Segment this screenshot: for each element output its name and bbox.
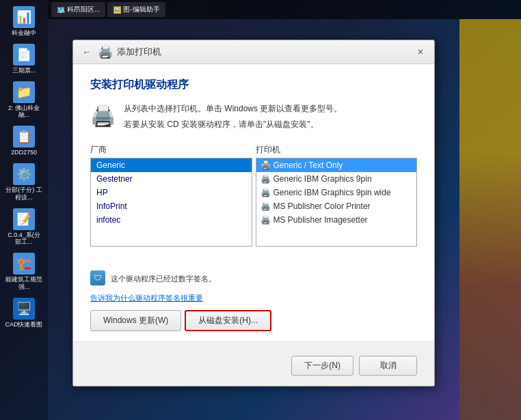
printer-small-icon-5: 🖨️ (260, 215, 271, 225)
icon-img-2: 📄 (13, 44, 35, 66)
manufacturer-header: 厂商 (90, 144, 252, 156)
next-button[interactable]: 下一步(N) (291, 356, 353, 376)
taskbar-icon-2: 🖼️ (113, 6, 121, 14)
signature-info: 这个驱动程序已经过数字签名。 (111, 272, 216, 284)
printer-large-icon: 🖨️ (90, 104, 116, 128)
desktop: 📊 科金融中 📄 三期票... 📁 2: 佛山科金融... 📋 2DD2750 … (0, 0, 521, 420)
icon-label-1: 科金融中 (12, 29, 36, 37)
taskbar-icon-1: 🗺️ (57, 6, 65, 14)
printer-listbox[interactable]: 🖨️ Generic / Text Only 🖨️ Generic IBM Gr… (256, 158, 418, 247)
dialog-title-left: ← 🖨️ 添加打印机 (80, 44, 161, 59)
printer-item-ibm-9pin-wide[interactable]: 🖨️ Generic IBM Graphics 9pin wide (256, 186, 417, 199)
desktop-icon-6[interactable]: 📝 C.0.4_系(分部工... (3, 206, 44, 249)
signature-link[interactable]: 告诉我为什么驱动程序签名很重要 (90, 294, 203, 302)
dialog-titlebar: ← 🖨️ 添加打印机 ✕ (73, 40, 434, 64)
nav-buttons: 下一步(N) 取消 (73, 349, 434, 386)
printer-small-icon-4: 🖨️ (260, 201, 271, 211)
install-disk-button[interactable]: 从磁盘安装(H)... (185, 310, 271, 331)
desktop-icon-2[interactable]: 📄 三期票... (3, 41, 44, 77)
desktop-icon-7[interactable]: 🏗️ 能建筑工规范强... (3, 250, 44, 294)
info-line-2: 若要从安装 CD 安装驱动程序，请单击"从磁盘安装"。 (124, 118, 417, 130)
taskbar: 🗺️ 科昂阳区... 🖼️ 图-编辑助手 (48, 0, 521, 19)
printer-title-icon: 🖨️ (98, 44, 113, 59)
lists-container: 厂商 Generic Gestetner HP InfoPrint infote… (90, 144, 417, 247)
printer-small-icon-1: 🖨️ (260, 160, 271, 170)
desktop-icon-panel: 📊 科金融中 📄 三期票... 📁 2: 佛山科金融... 📋 2DD2750 … (0, 0, 48, 420)
icon-img-5: ⚙️ (13, 163, 35, 185)
icon-label-3: 2: 佛山科金融... (5, 104, 43, 120)
icon-img-4: 📋 (13, 126, 35, 148)
desktop-icon-3[interactable]: 📁 2: 佛山科金融... (3, 79, 44, 122)
cancel-button[interactable]: 取消 (359, 356, 417, 376)
icon-label-5: 分部(子分) 工程设... (5, 186, 43, 201)
icon-label-7: 能建筑工规范强... (5, 276, 43, 291)
dialog-content: 安装打印机驱动程序 🖨️ 从列表中选择打印机。单击 Windows 更新以查看更… (73, 64, 434, 270)
info-text: 从列表中选择打印机。单击 Windows 更新以查看更多型号。 若要从安装 CD… (124, 102, 417, 134)
icon-label-4: 2DD2750 (11, 149, 37, 156)
signature-text: 这个驱动程序已经过数字签名。 (111, 275, 216, 283)
right-decoration (459, 19, 521, 420)
printer-item-text-only[interactable]: 🖨️ Generic / Text Only (256, 158, 417, 172)
manufacturer-item-gestetner[interactable]: Gestetner (91, 172, 252, 186)
icon-label-2: 三期票... (12, 67, 36, 74)
printer-item-publisher-color[interactable]: 🖨️ MS Publisher Color Printer (256, 199, 417, 213)
add-printer-dialog: ← 🖨️ 添加打印机 ✕ 安装打印机驱动程序 🖨️ 从列表中选择打印机。单击 W… (72, 40, 435, 387)
taskbar-label-1: 科昂阳区... (67, 5, 100, 14)
manufacturer-item-infoprint[interactable]: InfoPrint (91, 199, 252, 213)
icon-img-3: 📁 (13, 81, 35, 103)
printer-panel: 打印机 🖨️ Generic / Text Only 🖨️ Generic IB… (256, 144, 418, 247)
signature-row: 🛡 这个驱动程序已经过数字签名。 (90, 270, 417, 285)
manufacturer-listbox[interactable]: Generic Gestetner HP InfoPrint infotec (90, 158, 252, 247)
desktop-icon-4[interactable]: 📋 2DD2750 (3, 123, 44, 159)
signature-link-row: 告诉我为什么驱动程序签名很重要 (90, 291, 417, 303)
icon-img-7: 🏗️ (13, 253, 35, 275)
desktop-icon-8[interactable]: 🖥️ CAD快速看图 (3, 295, 44, 331)
icon-label-6: C.0.4_系(分部工... (5, 232, 43, 247)
manufacturer-item-generic[interactable]: Generic (91, 158, 252, 172)
section-title: 安装打印机驱动程序 (90, 78, 417, 92)
taskbar-item-2[interactable]: 🖼️ 图-编辑助手 (107, 2, 165, 17)
printer-label-ibm-9pin-wide: Generic IBM Graphics 9pin wide (273, 188, 391, 197)
close-button[interactable]: ✕ (414, 45, 427, 59)
taskbar-item-1[interactable]: 🗺️ 科昂阳区... (51, 2, 105, 17)
printer-small-icon-2: 🖨️ (260, 174, 271, 184)
printer-label-publisher-color: MS Publisher Color Printer (273, 201, 371, 211)
icon-label-8: CAD快速看图 (5, 321, 42, 328)
dialog-title-text: 添加打印机 (117, 46, 161, 58)
printer-item-ibm-9pin[interactable]: 🖨️ Generic IBM Graphics 9pin (256, 172, 417, 186)
info-line-1: 从列表中选择打印机。单击 Windows 更新以查看更多型号。 (124, 102, 417, 115)
shield-icon: 🛡 (90, 270, 105, 285)
desktop-icon-1[interactable]: 📊 科金融中 (3, 3, 44, 40)
manufacturer-panel: 厂商 Generic Gestetner HP InfoPrint infote… (90, 144, 252, 247)
button-row: Windows 更新(W) 从磁盘安装(H)... (90, 303, 417, 331)
taskbar-label-2: 图-编辑助手 (123, 5, 159, 14)
printer-label-imagesetter: MS Publisher Imagesetter (273, 215, 368, 225)
info-row: 🖨️ 从列表中选择打印机。单击 Windows 更新以查看更多型号。 若要从安装… (90, 102, 417, 134)
printer-label-text-only: Generic / Text Only (273, 160, 343, 170)
desktop-icon-5[interactable]: ⚙️ 分部(子分) 工程设... (3, 160, 44, 204)
printer-label-ibm-9pin: Generic IBM Graphics 9pin (273, 174, 372, 184)
printer-header: 打印机 (256, 144, 418, 156)
printer-item-publisher-imagesetter[interactable]: 🖨️ MS Publisher Imagesetter (256, 213, 417, 227)
dialog-overlay: ← 🖨️ 添加打印机 ✕ 安装打印机驱动程序 🖨️ 从列表中选择打印机。单击 W… (48, 19, 459, 420)
windows-update-button[interactable]: Windows 更新(W) (90, 310, 181, 331)
manufacturer-item-infotec[interactable]: infotec (91, 213, 252, 227)
back-button[interactable]: ← (80, 45, 94, 59)
icon-img-6: 📝 (13, 208, 35, 230)
dialog-divider (73, 341, 434, 342)
printer-small-icon-3: 🖨️ (260, 188, 271, 197)
icon-img-1: 📊 (13, 6, 35, 28)
icon-img-8: 🖥️ (13, 298, 35, 320)
action-buttons: Windows 更新(W) 从磁盘安装(H)... (90, 310, 271, 331)
dialog-bottom: 🛡 这个驱动程序已经过数字签名。 告诉我为什么驱动程序签名很重要 Windows… (73, 270, 434, 341)
manufacturer-item-hp[interactable]: HP (91, 186, 252, 199)
